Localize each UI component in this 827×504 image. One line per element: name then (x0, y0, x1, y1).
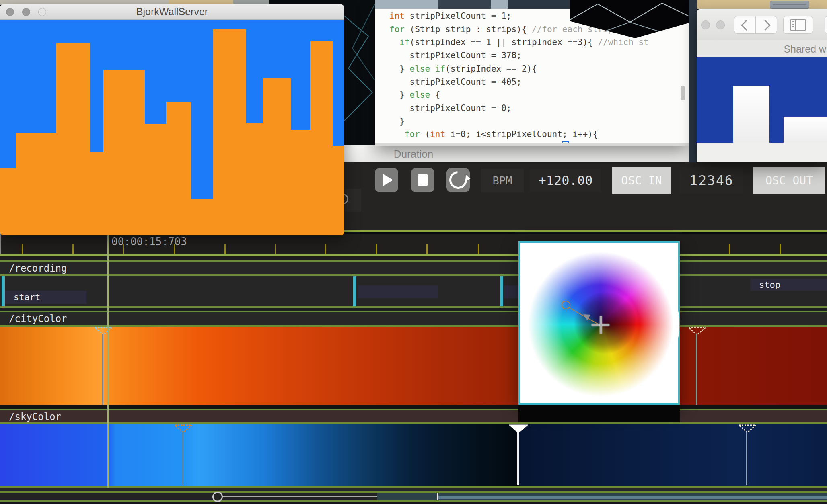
finder-white-bar[interactable] (784, 117, 827, 143)
mesh-lines-icon (344, 0, 375, 145)
track-header-citycolor[interactable] (0, 312, 827, 325)
finder-toolbar: Shared w (697, 40, 827, 58)
drive-icon (770, 1, 809, 9)
osc-port-box[interactable]: 12346 (680, 167, 743, 194)
ruler-tick (275, 244, 276, 254)
ruler-tick (426, 244, 428, 254)
skyline-bar (103, 70, 145, 235)
bjorkwall-window: BjorkWallServer (0, 4, 344, 235)
ruler-tick (729, 244, 730, 254)
skyline-bar (56, 43, 90, 235)
ruler-tick (478, 244, 479, 254)
loop-button[interactable] (446, 168, 470, 192)
gap-row (0, 488, 827, 491)
minimize-icon[interactable] (22, 8, 30, 16)
skyline-bar (333, 146, 344, 235)
sidebar-toggle-button[interactable] (783, 16, 813, 34)
ruler-tick (780, 244, 781, 254)
recording-marker[interactable] (500, 276, 503, 306)
code-line: stripPixelCount = 378; (375, 49, 689, 62)
ruler-tick (325, 244, 326, 254)
skyline-bar (213, 29, 246, 235)
osc-in-button[interactable]: OSC IN (612, 167, 671, 194)
keyframe-line (102, 334, 103, 405)
bpm-value-box[interactable]: +120.00 (530, 169, 601, 192)
close-icon[interactable] (6, 8, 14, 16)
track-label-citycolor: /cityColor (9, 313, 67, 324)
picker-ring-marker[interactable] (562, 301, 570, 309)
gap-row (0, 256, 827, 260)
desktop: Duration 03 BPM +120.00 OSC IN 12346 (0, 0, 827, 504)
code-hscroll-track[interactable] (375, 143, 689, 146)
osc-out-button[interactable]: OSC OUT (753, 167, 825, 194)
hscroll-handle[interactable] (212, 492, 223, 502)
osc-in-port: 12346 (689, 173, 733, 188)
close-icon[interactable] (701, 20, 710, 29)
ruler-tick (224, 244, 226, 254)
bjorkwall-titlebar[interactable]: BjorkWallServer (0, 4, 344, 20)
view-button[interactable] (825, 16, 827, 34)
timeline: 00:00:15:703/recording/cityColor/skyColo… (0, 232, 827, 504)
track-header-recording[interactable] (0, 262, 827, 274)
editor-tab[interactable] (508, 0, 570, 9)
recording-marker[interactable] (353, 276, 356, 306)
skyline-bar (16, 133, 56, 235)
recording-flag[interactable] (358, 285, 438, 298)
track-label-skycolor: /skyColor (9, 411, 61, 422)
skyline-bar (191, 199, 213, 235)
playhead[interactable] (107, 234, 109, 488)
keyframe-line (517, 432, 519, 485)
minimize-icon[interactable] (716, 20, 725, 29)
shared-with-label: Shared w (784, 43, 826, 55)
skyline-bar (145, 124, 166, 235)
ruler-timecode: 00:00:15:703 (111, 236, 187, 248)
keyframe-triangle-icon[interactable] (687, 327, 707, 336)
play-button[interactable] (375, 168, 398, 192)
finder-window: Shared w (697, 9, 827, 162)
code-line: } else { (375, 88, 689, 102)
keyframe-triangle-icon[interactable] (94, 327, 113, 336)
osc-in-label: OSC IN (621, 174, 662, 187)
mesh-window-left (344, 0, 375, 145)
code-vscroll-thumb[interactable] (681, 86, 685, 100)
track-header-skycolor[interactable] (0, 410, 827, 422)
track-content-skycolor[interactable] (0, 424, 827, 486)
play-icon (383, 174, 393, 186)
scroll-panel-tick (437, 493, 438, 500)
back-button[interactable] (734, 16, 756, 34)
recording-flag[interactable] (504, 285, 518, 298)
track-content-citycolor[interactable] (0, 327, 827, 405)
bpm-box[interactable]: BPM (481, 169, 524, 192)
chevron-left-icon (741, 20, 752, 31)
code-line: if(stripIndex == 1 || stripIndex ==3){ /… (375, 36, 689, 49)
zoom-icon[interactable] (38, 8, 46, 16)
window-edge-strip (689, 0, 697, 162)
keyframe-triangle-icon[interactable] (174, 424, 193, 433)
code-line: stripPixelCount = 405; (375, 76, 689, 89)
ruler-tick (376, 244, 377, 254)
bpm-value: +120.00 (539, 173, 593, 188)
gap-row (0, 405, 827, 409)
color-picker-panel[interactable] (518, 241, 680, 405)
keyframe-triangle-icon[interactable] (738, 424, 757, 433)
flag-label: stop (759, 280, 780, 290)
forward-button[interactable] (755, 16, 777, 34)
skyline-bar (310, 41, 333, 235)
hscroll-groove (222, 496, 377, 497)
ruler-left-edge (0, 234, 1, 256)
code-line: stripPixelCount = 0; (375, 102, 689, 115)
code-line: for (int i=0; i<stripPixelCount; i++){ (375, 128, 689, 141)
finder-content[interactable] (697, 57, 827, 143)
desktop-strip-right-tan (697, 0, 827, 9)
finder-titlebar[interactable] (697, 9, 827, 41)
skyline-bar (166, 102, 191, 235)
recording-flag[interactable]: stop (750, 279, 827, 291)
stop-button[interactable] (411, 168, 434, 192)
editor-tab[interactable] (438, 0, 491, 9)
ruler-tick (22, 244, 23, 254)
recording-flag[interactable]: start (5, 291, 86, 304)
finder-white-bar[interactable] (733, 86, 769, 143)
finder-statusbar (697, 143, 827, 162)
skyline-bar (0, 168, 16, 235)
recording-marker[interactable] (2, 276, 5, 306)
